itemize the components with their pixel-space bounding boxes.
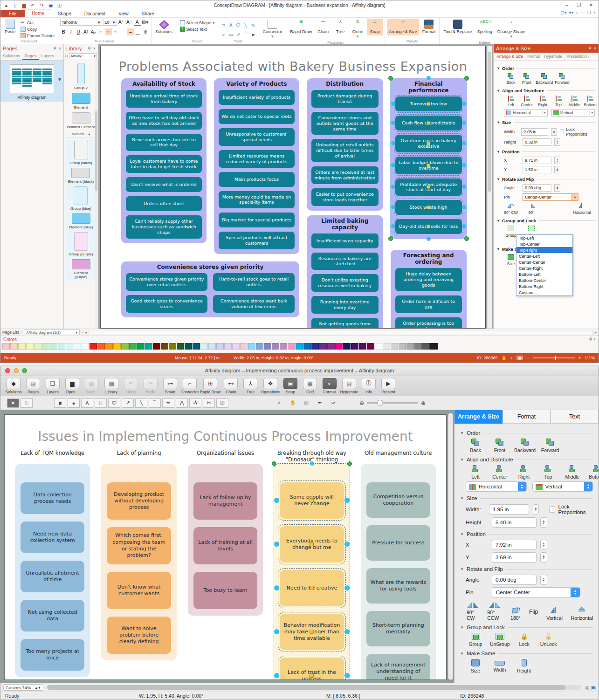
mac-toolbar-button[interactable]: ↷ Redo bbox=[141, 378, 160, 394]
order-button[interactable]: Front bbox=[490, 439, 509, 453]
color-swatch[interactable] bbox=[97, 343, 105, 350]
pin-dropdown-option[interactable]: Center-Center bbox=[516, 259, 572, 265]
height-stepper[interactable]: ▲▼ bbox=[540, 517, 547, 528]
fit-icons[interactable]: ◎ ▣ bbox=[585, 685, 596, 691]
lock-proportions-checkbox[interactable] bbox=[549, 506, 555, 513]
align-button[interactable]: Top bbox=[551, 96, 565, 107]
affinity-card[interactable]: Main products focus bbox=[219, 172, 295, 187]
pages-tab-pages[interactable]: Pages bbox=[22, 53, 39, 60]
rapid-draw-button[interactable]: ⊞Rapid Draw bbox=[288, 19, 314, 35]
pin-combobox[interactable]: Center-Center▲▼ bbox=[492, 587, 580, 597]
color-swatch[interactable] bbox=[82, 343, 89, 350]
position-y-input[interactable]: 1.52 in bbox=[523, 166, 551, 173]
affinity-card[interactable]: Pressure for success bbox=[366, 525, 430, 561]
affinity-card[interactable]: Big market for special products bbox=[219, 213, 295, 227]
group-variety-of-products[interactable]: Variety of Products Insufficient variety… bbox=[214, 78, 299, 254]
color-swatch[interactable] bbox=[200, 343, 208, 350]
angle-stepper[interactable]: ▲▼ bbox=[540, 575, 547, 585]
section-rotate-flip[interactable]: Rotate and Flip bbox=[497, 177, 595, 182]
section-size[interactable]: Size bbox=[497, 120, 595, 125]
affinity-card[interactable]: Unresponsive to customers' special needs bbox=[219, 128, 295, 146]
pin-combobox[interactable]: Center-Center▼ bbox=[523, 193, 578, 201]
order-button[interactable]: Backward bbox=[536, 73, 553, 85]
unlock-button[interactable]: 🔓UnLock bbox=[539, 633, 558, 647]
affinity-card[interactable]: Which comes first, composing the team or… bbox=[107, 527, 171, 564]
color-swatch[interactable] bbox=[303, 343, 311, 350]
selection-handle[interactable] bbox=[388, 236, 393, 241]
affinity-card[interactable]: More money could be made on speciality i… bbox=[219, 191, 295, 209]
color-swatch[interactable] bbox=[383, 343, 390, 350]
order-button[interactable]: Forward bbox=[555, 73, 569, 85]
affinity-card[interactable]: Can't reliably supply other businesses s… bbox=[126, 215, 202, 239]
zoom-out-icon[interactable]: ⊖ bbox=[359, 400, 364, 406]
pen-tool-icon[interactable]: ✎ bbox=[250, 22, 257, 29]
page-thumbnail[interactable]: ▼ Affinity diagram bbox=[0, 61, 63, 102]
lib-forward-icon[interactable]: › bbox=[67, 54, 69, 58]
pin-dropdown-option[interactable]: Bottom-Left bbox=[516, 271, 572, 277]
section-align[interactable]: Align and Distribute bbox=[497, 88, 595, 93]
library-item[interactable]: Element bbox=[72, 93, 90, 110]
affinity-card-selected[interactable]: Cash flow unpredictable bbox=[395, 116, 462, 130]
pin-dropdown-option[interactable]: Top-Right bbox=[516, 247, 572, 253]
mac-toolbar-button[interactable]: ▦ Save... bbox=[83, 378, 101, 394]
affinity-card[interactable]: Developing product without developing pr… bbox=[107, 482, 171, 520]
color-swatch[interactable] bbox=[193, 343, 200, 350]
page-select[interactable]: Affinity diagram (1/1)▾ bbox=[24, 329, 80, 335]
pan-hand-icon[interactable]: ✋ bbox=[287, 398, 299, 408]
affinity-card[interactable]: We do not cater to special diets bbox=[219, 109, 295, 124]
color-swatch[interactable] bbox=[113, 343, 121, 350]
affinity-card-selected[interactable]: Turnover too low bbox=[395, 96, 462, 111]
color-swatch[interactable] bbox=[169, 343, 176, 350]
find-replace-button[interactable]: Find & Replace bbox=[441, 19, 474, 35]
rotate-90cw-button[interactable]: 90° CW bbox=[504, 203, 518, 215]
affinity-card[interactable]: Unloading at retail outlets difficult du… bbox=[311, 139, 379, 162]
affinity-card-selected[interactable]: Some people will never change bbox=[280, 482, 344, 519]
height-stepper[interactable]: ▲▼ bbox=[554, 138, 560, 146]
mac-toolbar-button[interactable]: ▤ Pages bbox=[24, 378, 42, 394]
rotation-pin-icon[interactable] bbox=[427, 121, 430, 125]
pin-icon[interactable]: ⚲ bbox=[88, 46, 91, 51]
minimize-button[interactable]: – bbox=[561, 1, 572, 9]
lock-proportions-checkbox[interactable] bbox=[560, 130, 564, 134]
mac-toolbar-button[interactable]: ❖ Operations bbox=[261, 378, 280, 394]
color-swatch[interactable] bbox=[177, 343, 184, 350]
color-swatch[interactable] bbox=[137, 343, 145, 350]
pages-tab-layers[interactable]: Layers bbox=[39, 53, 56, 60]
text-tool-icon[interactable]: A bbox=[227, 22, 234, 29]
color-swatch[interactable] bbox=[280, 343, 287, 350]
order-button[interactable]: Backward bbox=[514, 439, 536, 453]
affinity-card[interactable]: Insufficient variety of products bbox=[219, 90, 295, 105]
arrow-tool-icon[interactable]: ↗ bbox=[122, 398, 134, 408]
cursor-tool-icon[interactable]: ➤ bbox=[250, 31, 257, 38]
tab-file[interactable]: File bbox=[0, 10, 25, 17]
library-item[interactable]: Group (blue) bbox=[70, 186, 91, 211]
pin-icon[interactable]: ⚲ bbox=[588, 46, 592, 51]
pin-dropdown-option[interactable]: Center-Right bbox=[516, 265, 572, 271]
color-swatch[interactable] bbox=[343, 343, 351, 350]
color-swatch[interactable] bbox=[414, 343, 422, 350]
position-y-stepper[interactable]: ▲▼ bbox=[540, 552, 547, 563]
color-swatch[interactable] bbox=[216, 343, 224, 350]
color-swatch[interactable] bbox=[406, 343, 414, 350]
rotation-pin-icon[interactable] bbox=[427, 185, 430, 189]
mac-toolbar-button[interactable]: ⊷ Chain bbox=[221, 378, 240, 394]
panel-tab-hypernote[interactable]: Hypernote bbox=[542, 53, 565, 60]
mac-vertical-scrollbar[interactable] bbox=[448, 413, 453, 680]
color-swatch[interactable] bbox=[50, 343, 57, 350]
align-left-icon[interactable]: ≡ bbox=[97, 28, 104, 35]
color-swatch[interactable] bbox=[359, 343, 366, 350]
section-position[interactable]: Position bbox=[497, 149, 595, 154]
group-forecasting-and-ordering[interactable]: Forecasting and ordering Huge delay betw… bbox=[391, 250, 467, 329]
affinity-card-selected[interactable]: Labor budget blown due to overtime bbox=[395, 157, 462, 174]
pen-tool-icon[interactable]: ✒ bbox=[162, 398, 174, 408]
align-button[interactable]: Middle bbox=[567, 96, 581, 107]
affinity-card[interactable]: Don't receive what is ordered bbox=[126, 177, 202, 192]
canvas-vertical-scrollbar[interactable] bbox=[487, 46, 492, 329]
text-direction-icon[interactable]: ⊕ bbox=[142, 28, 149, 35]
color-swatch[interactable] bbox=[90, 343, 97, 350]
affinity-card[interactable]: Competition versus cooperation bbox=[366, 482, 430, 518]
order-button[interactable]: Front bbox=[520, 73, 534, 85]
color-swatch[interactable] bbox=[351, 343, 358, 350]
pin-icon[interactable]: ⚲ bbox=[53, 46, 56, 51]
mac-toolbar-button[interactable]: ⌐ Connector bbox=[180, 378, 199, 394]
